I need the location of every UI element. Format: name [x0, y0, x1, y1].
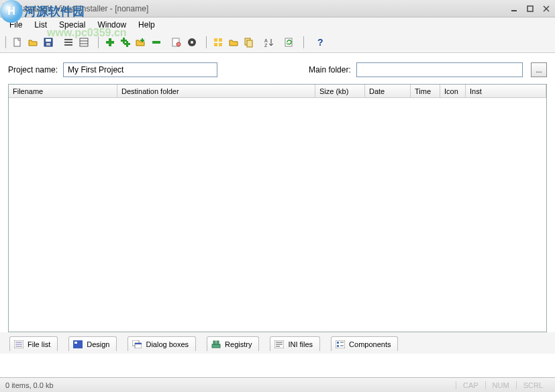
col-size[interactable]: Size (kb) — [315, 85, 365, 97]
tab-file-list[interactable]: File list — [9, 336, 58, 351]
tab-design[interactable]: Design — [68, 336, 117, 351]
tab-label: Dialog boxes — [146, 340, 189, 348]
svg-rect-6 — [46, 39, 51, 42]
yellow-grid-icon[interactable] — [211, 35, 225, 50]
browse-button[interactable]: ... — [531, 62, 547, 77]
status-cap: CAP — [456, 381, 485, 389]
dialog-icon — [132, 340, 142, 348]
status-text: 0 items, 0.0 kb — [5, 381, 54, 389]
design-icon — [73, 340, 83, 348]
svg-rect-17 — [121, 40, 127, 42]
status-num: NUM — [485, 381, 516, 389]
ini-icon — [274, 340, 284, 348]
col-time[interactable]: Time — [411, 85, 440, 97]
svg-rect-9 — [64, 42, 72, 43]
add-icon[interactable] — [103, 35, 117, 50]
help-icon[interactable]: ? — [313, 35, 327, 50]
svg-rect-21 — [140, 40, 144, 41]
add-multi-icon[interactable] — [118, 35, 133, 50]
svg-rect-1 — [527, 6, 533, 11]
components-icon — [336, 340, 345, 348]
col-inst[interactable]: Inst — [466, 85, 546, 97]
svg-rect-49 — [217, 341, 219, 344]
svg-rect-42 — [73, 340, 83, 348]
folder-icon[interactable] — [226, 35, 241, 50]
bottom-tabs: File list Design Dialog boxes Registry I… — [0, 332, 555, 354]
col-icon[interactable]: Icon — [440, 85, 466, 97]
svg-rect-46 — [135, 343, 142, 344]
menu-file[interactable]: File — [4, 19, 28, 31]
maximize-button[interactable] — [524, 4, 536, 13]
form-row: Project name: Main folder: ... — [0, 53, 555, 84]
main-folder-label: Main folder: — [309, 65, 351, 75]
tab-components[interactable]: Components — [331, 336, 398, 351]
remove-icon[interactable] — [149, 35, 164, 50]
svg-rect-11 — [80, 38, 88, 46]
menu-window[interactable]: Window — [92, 19, 132, 31]
tab-label: Components — [349, 340, 391, 348]
table-body[interactable] — [9, 98, 546, 332]
save-icon[interactable] — [41, 35, 56, 50]
window-title: SamLogic Visual Installer - [noname] — [17, 4, 148, 13]
properties-icon[interactable] — [169, 35, 184, 50]
table-header: Filename Destination folder Size (kb) Da… — [9, 85, 546, 98]
svg-rect-48 — [213, 341, 215, 344]
add-folder-icon[interactable] — [134, 35, 148, 50]
svg-point-26 — [191, 41, 193, 44]
tab-label: Design — [87, 340, 109, 348]
col-destination[interactable]: Destination folder — [117, 85, 315, 97]
menu-help[interactable]: Help — [133, 19, 160, 31]
svg-rect-54 — [336, 340, 345, 348]
svg-point-24 — [176, 42, 181, 46]
project-name-label: Project name: — [8, 65, 58, 75]
details-icon[interactable] — [77, 35, 91, 50]
svg-text:?: ? — [317, 37, 323, 48]
svg-rect-43 — [74, 342, 77, 344]
svg-rect-28 — [219, 38, 222, 42]
svg-rect-15 — [106, 41, 114, 44]
col-filename[interactable]: Filename — [9, 85, 117, 97]
svg-rect-32 — [247, 40, 252, 47]
open-icon[interactable] — [26, 35, 40, 50]
minimize-button[interactable] — [508, 4, 520, 13]
svg-rect-22 — [152, 41, 160, 44]
svg-rect-19 — [124, 43, 130, 45]
registry-icon — [211, 340, 221, 348]
main-folder-input[interactable] — [356, 62, 523, 77]
svg-rect-56 — [337, 345, 339, 347]
tab-dialog-boxes[interactable]: Dialog boxes — [128, 336, 196, 351]
status-scrl: SCRL — [516, 381, 550, 389]
svg-rect-8 — [64, 39, 72, 40]
toolbar: AZ ? — [4, 35, 551, 50]
list-icon[interactable] — [61, 35, 76, 50]
tab-ini-files[interactable]: INI files — [270, 336, 320, 351]
tab-registry[interactable]: Registry — [207, 336, 259, 351]
menu-special[interactable]: Special — [54, 19, 91, 31]
disk-icon[interactable] — [185, 35, 199, 50]
tab-label: INI files — [288, 340, 313, 348]
file-table: Filename Destination folder Size (kb) Da… — [8, 84, 547, 332]
svg-rect-55 — [337, 342, 339, 344]
new-icon[interactable] — [10, 35, 25, 50]
statusbar: 0 items, 0.0 kb CAP NUM SCRL — [0, 377, 555, 392]
tab-label: Registry — [225, 340, 252, 348]
svg-rect-10 — [64, 44, 72, 46]
svg-rect-47 — [212, 344, 220, 348]
svg-rect-7 — [46, 43, 50, 46]
svg-rect-4 — [14, 38, 20, 46]
svg-rect-27 — [214, 38, 217, 42]
close-button[interactable] — [540, 4, 552, 13]
sort-icon[interactable]: AZ — [262, 35, 276, 50]
copy-icon[interactable] — [242, 35, 256, 50]
svg-rect-30 — [219, 43, 222, 46]
list-icon — [14, 340, 23, 348]
menu-list[interactable]: List — [29, 19, 52, 31]
svg-rect-29 — [214, 43, 217, 46]
menubar: File List Special Window Help — [0, 17, 555, 32]
titlebar: SamLogic Visual Installer - [noname] — [0, 0, 555, 17]
svg-text:A: A — [264, 38, 268, 43]
refresh-icon[interactable] — [282, 35, 297, 50]
col-date[interactable]: Date — [365, 85, 411, 97]
svg-text:Z: Z — [264, 43, 268, 48]
project-name-input[interactable] — [63, 62, 217, 77]
